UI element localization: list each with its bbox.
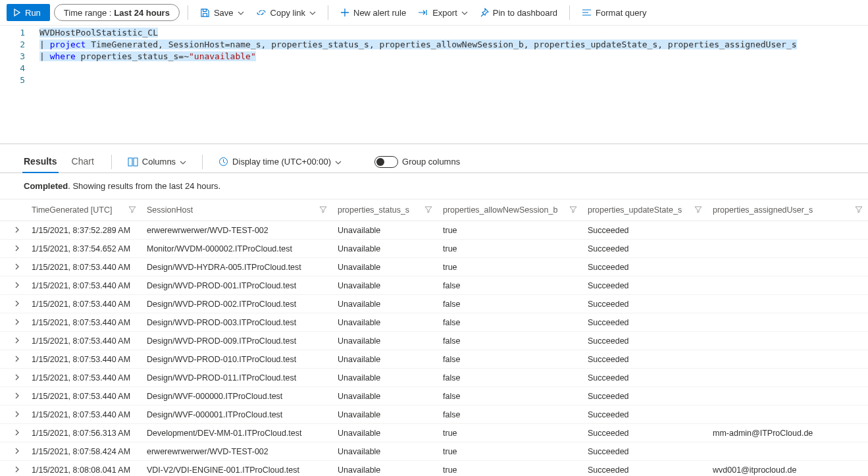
chevron-down-icon <box>461 10 468 16</box>
cell-host: Design/WVD-PROD-011.ITProCloud.test <box>141 369 332 387</box>
tab-chart[interactable]: Chart <box>70 151 95 173</box>
table-row[interactable]: 1/15/2021, 8:07:53.440 AMDesign/WVD-PROD… <box>0 369 868 387</box>
chevron-down-icon <box>309 10 316 16</box>
cell-time: 1/15/2021, 8:08:08.041 AM <box>26 461 141 477</box>
table-row[interactable]: 1/15/2021, 8:07:53.440 AMDesign/WVD-PROD… <box>0 350 868 369</box>
chevron-down-icon <box>335 159 342 166</box>
save-button[interactable]: Save <box>196 7 248 19</box>
cell-host: VDI-V2/VDI-ENGINE-001.ITProCloud.test <box>141 461 332 477</box>
cell-host: Design/WVD-PROD-009.ITProCloud.test <box>141 332 332 350</box>
cell-allow: false <box>438 406 582 424</box>
filter-icon[interactable] <box>855 205 863 215</box>
time-range-picker[interactable]: Time range : Last 24 hours <box>54 4 180 21</box>
cell-host: Design/WVD-PROD-002.ITProCloud.test <box>141 295 332 313</box>
filter-icon[interactable] <box>569 205 577 215</box>
tab-results[interactable]: Results <box>22 151 59 173</box>
query-editor[interactable]: 12345 WVDHostPoolStatistic_CL | project … <box>0 26 868 144</box>
col-assigneduser[interactable]: properties_assignedUser_s <box>707 199 868 221</box>
cell-time: 1/15/2021, 8:07:53.440 AM <box>26 332 141 350</box>
expand-row[interactable] <box>0 277 26 295</box>
table-row[interactable]: 1/15/2021, 8:37:54.652 AMMonitor/WVDM-00… <box>0 240 868 258</box>
table-row[interactable]: 1/15/2021, 8:08:08.041 AMVDI-V2/VDI-ENGI… <box>0 461 868 477</box>
cell-time: 1/15/2021, 8:37:54.652 AM <box>26 240 141 258</box>
table-row[interactable]: 1/15/2021, 8:07:53.440 AMDesign/WVD-PROD… <box>0 295 868 313</box>
cell-update: Succeeded <box>582 295 707 313</box>
table-row[interactable]: 1/15/2021, 8:07:53.440 AMDesign/WVD-HYDR… <box>0 258 868 277</box>
table-row[interactable]: 1/15/2021, 8:07:53.440 AMDesign/WVF-0000… <box>0 406 868 424</box>
pin-button[interactable]: Pin to dashboard <box>476 7 561 19</box>
code-area[interactable]: WVDHostPoolStatistic_CL | project TimeGe… <box>34 26 868 144</box>
table-row[interactable]: 1/15/2021, 8:07:53.440 AMDesign/WVD-PROD… <box>0 277 868 295</box>
cell-host: Design/WVD-PROD-010.ITProCloud.test <box>141 350 332 369</box>
columns-icon <box>128 157 138 167</box>
expand-row[interactable] <box>0 387 26 406</box>
new-alert-button[interactable]: New alert rule <box>336 7 410 19</box>
filter-icon[interactable] <box>319 205 327 215</box>
cell-host: Design/WVD-PROD-003.ITProCloud.test <box>141 313 332 332</box>
filter-icon[interactable] <box>128 205 136 215</box>
table-row[interactable]: 1/15/2021, 8:07:56.313 AMDevelopment/DEV… <box>0 424 868 442</box>
group-columns-toggle[interactable]: Group columns <box>374 156 460 168</box>
display-time-button[interactable]: Display time (UTC+00:00) <box>218 157 342 167</box>
chevron-down-icon <box>238 10 244 16</box>
cell-host: Design/WVF-000000.ITProCloud.test <box>141 387 332 406</box>
filter-icon[interactable] <box>424 205 432 215</box>
expand-row[interactable] <box>0 258 26 277</box>
format-icon <box>582 8 592 17</box>
expand-row[interactable] <box>0 406 26 424</box>
format-label: Format query <box>596 8 646 18</box>
cell-time: 1/15/2021, 8:07:56.313 AM <box>26 424 141 442</box>
results-toolbar: Results Chart Columns Display time (UTC+… <box>0 144 868 173</box>
expand-row[interactable] <box>0 332 26 350</box>
table-row[interactable]: 1/15/2021, 8:07:53.440 AMDesign/WVD-PROD… <box>0 313 868 332</box>
expand-row[interactable] <box>0 240 26 258</box>
cell-time: 1/15/2021, 8:07:58.424 AM <box>26 442 141 461</box>
cell-update: Succeeded <box>582 424 707 442</box>
table-row[interactable]: 1/15/2021, 8:37:52.289 AMerwerewrwerwer/… <box>0 221 868 240</box>
cell-update: Succeeded <box>582 442 707 461</box>
cell-status: Unavailable <box>332 313 438 332</box>
expand-row[interactable] <box>0 350 26 369</box>
cell-allow: false <box>438 387 582 406</box>
expand-row[interactable] <box>0 461 26 477</box>
run-button[interactable]: Run <box>7 4 50 21</box>
copy-link-button[interactable]: Copy link <box>252 7 320 19</box>
col-updatestate[interactable]: properties_updateState_s <box>582 199 707 221</box>
cell-status: Unavailable <box>332 240 438 258</box>
cell-status: Unavailable <box>332 295 438 313</box>
format-query-button[interactable]: Format query <box>578 7 650 19</box>
cell-time: 1/15/2021, 8:07:53.440 AM <box>26 313 141 332</box>
expand-row[interactable] <box>0 295 26 313</box>
table-row[interactable]: 1/15/2021, 8:07:53.440 AMDesign/WVD-PROD… <box>0 332 868 350</box>
cell-status: Unavailable <box>332 277 438 295</box>
cell-host: Development/DEV-MM-01.ITProCloud.test <box>141 424 332 442</box>
toggle-switch[interactable] <box>374 156 398 168</box>
expand-row[interactable] <box>0 369 26 387</box>
expand-row[interactable] <box>0 442 26 461</box>
copy-link-label: Copy link <box>270 8 305 18</box>
table-row[interactable]: 1/15/2021, 8:07:53.440 AMDesign/WVF-0000… <box>0 387 868 406</box>
cell-user <box>707 295 868 313</box>
divider <box>111 155 112 169</box>
export-button[interactable]: Export <box>414 7 472 19</box>
cell-update: Succeeded <box>582 387 707 406</box>
col-timegenerated[interactable]: TimeGenerated [UTC] <box>26 199 141 221</box>
pin-label: Pin to dashboard <box>493 8 557 18</box>
filter-icon[interactable] <box>694 205 702 215</box>
cell-allow: true <box>438 424 582 442</box>
table-row[interactable]: 1/15/2021, 8:07:58.424 AMerwerewrwerwer/… <box>0 442 868 461</box>
cell-user <box>707 406 868 424</box>
col-allownew[interactable]: properties_allowNewSession_b <box>438 199 582 221</box>
col-status[interactable]: properties_status_s <box>332 199 438 221</box>
cell-status: Unavailable <box>332 332 438 350</box>
cell-user <box>707 369 868 387</box>
col-sessionhost[interactable]: SessionHost <box>141 199 332 221</box>
cell-status: Unavailable <box>332 406 438 424</box>
table-header-row: TimeGenerated [UTC] SessionHost properti… <box>0 199 868 221</box>
cell-user <box>707 313 868 332</box>
expand-row[interactable] <box>0 424 26 442</box>
columns-button[interactable]: Columns <box>128 157 186 167</box>
expand-row[interactable] <box>0 221 26 240</box>
expand-row[interactable] <box>0 313 26 332</box>
cell-update: Succeeded <box>582 221 707 240</box>
